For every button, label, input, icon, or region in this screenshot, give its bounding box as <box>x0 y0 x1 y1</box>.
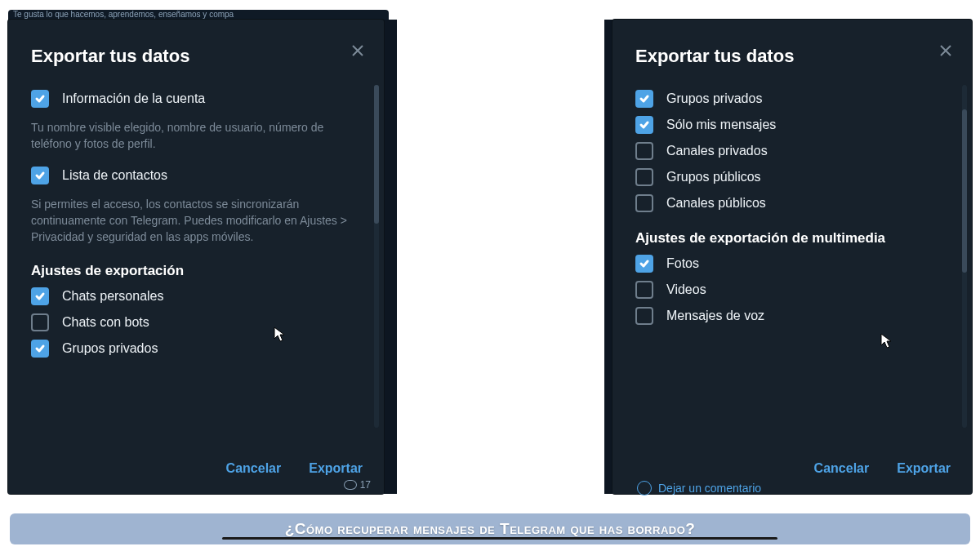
desc-account-info: Tu nombre visible elegido, nombre de usu… <box>31 119 361 152</box>
checkbox-private-groups[interactable] <box>31 340 49 358</box>
checkbox-only-my-messages[interactable] <box>635 116 653 134</box>
checkbox-personal-chats[interactable] <box>31 287 49 305</box>
option-bot-chats[interactable]: Chats con bots <box>31 313 361 331</box>
dialog-footer: Cancelar Exportar <box>8 443 384 494</box>
leave-comment-label: Dejar un comentario <box>658 482 761 495</box>
section-export-settings: Ajustes de exportación <box>31 263 361 279</box>
option-personal-chats[interactable]: Chats personales <box>31 287 361 305</box>
label-bot-chats: Chats con bots <box>62 313 149 331</box>
leave-comment-link[interactable]: Dejar un comentario <box>637 481 761 495</box>
desc-contacts-list: Si permites el acceso, los contactos se … <box>31 196 361 245</box>
option-public-channels[interactable]: Canales públicos <box>635 194 949 212</box>
caption-bar: ¿Cómo recuperar mensajes de Telegram que… <box>10 513 970 544</box>
option-voice-messages[interactable]: Mensajes de voz <box>635 307 949 325</box>
checkbox-photos[interactable] <box>635 255 653 273</box>
checkbox-private-channels[interactable] <box>635 142 653 160</box>
label-photos: Fotos <box>666 255 699 273</box>
eye-icon <box>344 480 357 490</box>
label-private-groups: Grupos privados <box>62 340 158 358</box>
checkbox-contacts-list[interactable] <box>31 167 49 184</box>
side-fragment-left <box>384 20 397 494</box>
export-button[interactable]: Exportar <box>897 461 951 476</box>
caption-text: ¿Cómo recuperar mensajes de Telegram que… <box>285 520 696 538</box>
label-contacts-list: Lista de contactos <box>62 167 167 184</box>
caption-underline <box>222 537 777 540</box>
label-private-channels: Canales privados <box>666 142 768 160</box>
label-videos: Videos <box>666 281 706 299</box>
checkbox-voice-messages[interactable] <box>635 307 653 325</box>
close-icon[interactable] <box>939 44 952 60</box>
checkbox-private-groups[interactable] <box>635 90 653 108</box>
option-public-groups[interactable]: Grupos públicos <box>635 168 949 186</box>
views-count: 17 <box>360 479 371 491</box>
option-only-my-messages[interactable]: Sólo mis mensajes <box>635 116 949 134</box>
checkbox-public-channels[interactable] <box>635 194 653 212</box>
checkbox-videos[interactable] <box>635 281 653 299</box>
label-public-channels: Canales públicos <box>666 194 766 212</box>
label-account-info: Información de la cuenta <box>62 90 205 108</box>
checkbox-bot-chats[interactable] <box>31 313 49 331</box>
label-only-my-messages: Sólo mis mensajes <box>666 116 776 134</box>
comment-bubble-icon <box>637 481 652 495</box>
option-private-channels[interactable]: Canales privados <box>635 142 949 160</box>
option-videos[interactable]: Videos <box>635 281 949 299</box>
dialog-title: Exportar tus datos <box>635 46 949 67</box>
label-personal-chats: Chats personales <box>62 287 164 305</box>
label-voice-messages: Mensajes de voz <box>666 307 764 325</box>
background-text-strip: Te gusta lo que hacemos, aprendemos, ens… <box>8 10 389 20</box>
label-private-groups: Grupos privados <box>666 90 762 108</box>
label-public-groups: Grupos públicos <box>666 168 761 186</box>
scrollbar-thumb[interactable] <box>962 109 967 273</box>
close-icon[interactable] <box>351 44 364 60</box>
option-photos[interactable]: Fotos <box>635 255 949 273</box>
side-fragment-right <box>604 20 612 494</box>
checkbox-public-groups[interactable] <box>635 168 653 186</box>
cancel-button[interactable]: Cancelar <box>814 461 870 476</box>
dialog-title: Exportar tus datos <box>31 46 361 67</box>
export-dialog-left: Exportar tus datos Información de la cue… <box>8 20 384 494</box>
option-private-groups[interactable]: Grupos privados <box>635 90 949 108</box>
views-indicator: 17 <box>344 479 371 491</box>
option-contacts-list[interactable]: Lista de contactos <box>31 167 361 184</box>
section-media-export-settings: Ajustes de exportación de multimedia <box>635 230 949 247</box>
cancel-button[interactable]: Cancelar <box>226 461 282 476</box>
option-private-groups[interactable]: Grupos privados <box>31 340 361 358</box>
export-dialog-right: Exportar tus datos Grupos privados Sólo … <box>612 20 972 494</box>
scrollbar-thumb[interactable] <box>374 85 379 224</box>
export-button[interactable]: Exportar <box>309 461 363 476</box>
option-account-info[interactable]: Información de la cuenta <box>31 90 361 108</box>
checkbox-account-info[interactable] <box>31 90 49 108</box>
